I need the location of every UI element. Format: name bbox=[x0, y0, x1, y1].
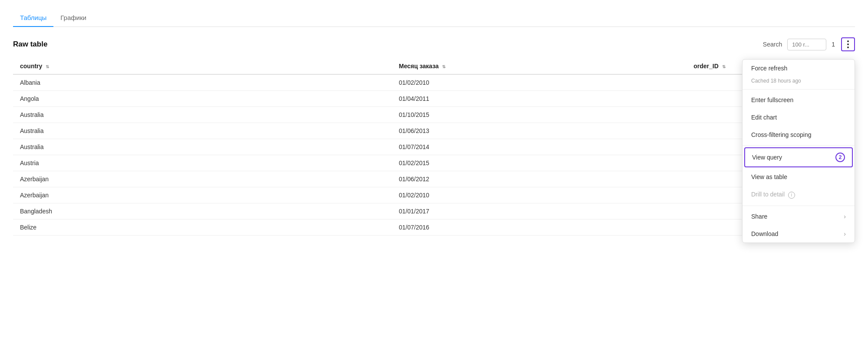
header-right: Search 1 Force refresh Cached 18 hours a… bbox=[763, 37, 855, 51]
kebab-menu-button[interactable] bbox=[841, 37, 855, 51]
cell-month: 01/10/2015 bbox=[392, 107, 687, 123]
cell-month: 01/02/2010 bbox=[392, 187, 687, 203]
table-row: Australia 01/10/2015 158535134 bbox=[13, 107, 855, 123]
tabs-bar: Таблицы Графики bbox=[13, 9, 855, 27]
sort-icon-country: ⇅ bbox=[46, 64, 49, 69]
menu-item-view-query[interactable]: View query 2 bbox=[744, 147, 853, 167]
drill-label: Drill to detail i bbox=[751, 191, 795, 199]
menu-item-edit-chart[interactable]: Edit chart bbox=[743, 109, 855, 126]
menu-item-force-refresh[interactable]: Force refresh bbox=[743, 60, 855, 77]
menu-item-download[interactable]: Download › bbox=[743, 225, 855, 243]
section-header: Raw table Search 1 Force refresh Cached … bbox=[13, 37, 855, 51]
table-row: Austria 01/02/2015 868214595 bbox=[13, 155, 855, 171]
section-title: Raw table bbox=[13, 40, 47, 49]
cell-country: Australia bbox=[13, 139, 392, 155]
table-row: Albania 01/02/2010 385383069 bbox=[13, 74, 855, 91]
cell-country: Australia bbox=[13, 123, 392, 139]
cell-country: Belize bbox=[13, 219, 392, 236]
menu-divider-2 bbox=[743, 145, 855, 146]
col-header-country[interactable]: country ⇅ bbox=[13, 58, 392, 74]
cell-month: 01/02/2015 bbox=[392, 155, 687, 171]
menu-item-drill-to-detail: Drill to detail i bbox=[743, 186, 855, 204]
share-chevron-icon: › bbox=[844, 213, 846, 220]
tab-charts[interactable]: Графики bbox=[53, 9, 93, 27]
cell-country: Australia bbox=[13, 107, 392, 123]
table-row: Belize 01/07/2016 807025039 bbox=[13, 219, 855, 236]
cell-country: Albania bbox=[13, 74, 392, 91]
menu-divider-3 bbox=[743, 206, 855, 206]
col-header-month[interactable]: Месяц заказа ⇅ bbox=[392, 58, 687, 74]
badge-2-circle: 2 bbox=[835, 153, 845, 162]
search-input[interactable] bbox=[787, 39, 826, 50]
cell-month: 01/07/2016 bbox=[392, 219, 687, 236]
menu-divider-1 bbox=[743, 89, 855, 90]
sort-icon-order-id: ⇅ bbox=[722, 64, 726, 69]
menu-item-share[interactable]: Share › bbox=[743, 208, 855, 225]
download-chevron-icon: › bbox=[844, 230, 846, 237]
menu-item-fullscreen[interactable]: Enter fullscreen bbox=[743, 91, 855, 109]
tab-tables[interactable]: Таблицы bbox=[13, 9, 53, 27]
cell-country: Azerbaijan bbox=[13, 171, 392, 187]
cell-month: 01/02/2010 bbox=[392, 74, 687, 91]
table-row: Australia 01/06/2013 450563752 bbox=[13, 123, 855, 139]
table-row: Australia 01/07/2014 240470397 bbox=[13, 139, 855, 155]
cell-month: 01/06/2013 bbox=[392, 123, 687, 139]
info-icon: i bbox=[788, 192, 795, 199]
search-label: Search bbox=[763, 41, 782, 48]
table-row: Azerbaijan 01/06/2012 423331391 bbox=[13, 171, 855, 187]
cell-month: 01/06/2012 bbox=[392, 171, 687, 187]
cell-country: Angola bbox=[13, 91, 392, 107]
menu-item-view-as-table[interactable]: View as table bbox=[743, 168, 855, 186]
table-row: Bangladesh 01/01/2017 187310731 bbox=[13, 203, 855, 219]
badge-1: 1 bbox=[832, 41, 835, 48]
context-menu: Force refresh Cached 18 hours ago Enter … bbox=[742, 59, 855, 243]
menu-item-cross-filtering[interactable]: Cross-filtering scoping bbox=[743, 126, 855, 143]
kebab-icon bbox=[847, 40, 849, 48]
menu-cached-label: Cached 18 hours ago bbox=[743, 77, 855, 87]
table-header-row: country ⇅ Месяц заказа ⇅ order_ID ⇅ bbox=[13, 58, 855, 74]
sort-icon-month: ⇅ bbox=[442, 64, 446, 69]
cell-month: 01/01/2017 bbox=[392, 203, 687, 219]
table-row: Azerbaijan 01/02/2010 382392299 bbox=[13, 187, 855, 203]
cell-country: Azerbaijan bbox=[13, 187, 392, 203]
cell-month: 01/04/2011 bbox=[392, 91, 687, 107]
cell-country: Austria bbox=[13, 155, 392, 171]
page-container: Таблицы Графики Raw table Search 1 bbox=[0, 0, 868, 359]
table-row: Angola 01/04/2011 135425221 bbox=[13, 91, 855, 107]
cell-country: Bangladesh bbox=[13, 203, 392, 219]
data-table: country ⇅ Месяц заказа ⇅ order_ID ⇅ Alba… bbox=[13, 58, 855, 236]
cell-month: 01/07/2014 bbox=[392, 139, 687, 155]
